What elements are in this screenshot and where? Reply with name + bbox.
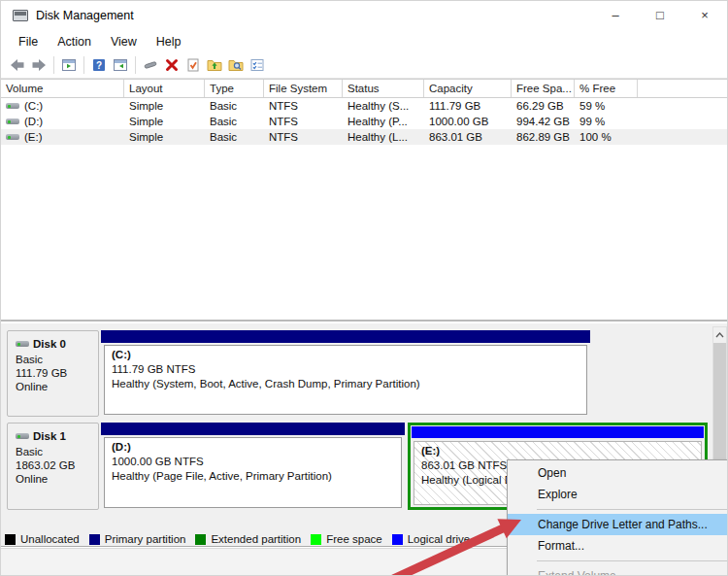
scroll-up-icon[interactable]	[713, 327, 726, 342]
disk-name: Disk 1	[33, 429, 66, 443]
cell-type: Basic	[205, 131, 264, 143]
window-title: Disk Management	[36, 9, 134, 22]
column-header-freespace[interactable]: Free Spa...	[512, 80, 575, 97]
menu-item-format[interactable]: Format...	[508, 535, 728, 557]
column-header-layout[interactable]: Layout	[124, 80, 205, 97]
unallocated-swatch	[5, 534, 16, 545]
cell-pctfree: 100 %	[575, 131, 638, 143]
column-header-type[interactable]: Type	[205, 80, 264, 97]
disk-type: Basic	[16, 353, 98, 366]
open-folder-icon[interactable]	[204, 54, 225, 76]
cell-type: Basic	[205, 100, 264, 112]
toolbar-separator	[53, 56, 54, 74]
volume-name: (C:)	[24, 100, 43, 112]
cell-filesystem: NTFS	[264, 100, 343, 112]
window-controls: – □ ×	[593, 1, 727, 30]
disk-status: Online	[16, 472, 98, 486]
column-header-pctfree[interactable]: % Free	[575, 80, 638, 97]
partition-label: (D:)	[112, 440, 399, 455]
disk-status: Online	[16, 380, 98, 393]
console-tree-icon[interactable]	[58, 54, 80, 76]
menu-action[interactable]: Action	[48, 35, 101, 49]
partition-size: 1000.00 GB NTFS	[112, 455, 399, 469]
menu-separator	[537, 560, 728, 561]
check-document-icon[interactable]	[182, 54, 204, 76]
help-icon[interactable]: ?	[88, 54, 110, 76]
cell-type: Basic	[205, 116, 264, 127]
toolbar-separator	[83, 56, 84, 74]
primary-partition-band	[101, 330, 590, 343]
legend-item-unallocated: Unallocated	[5, 533, 80, 545]
column-header-status[interactable]: Status	[343, 80, 424, 97]
volume-name: (E:)	[24, 131, 43, 143]
cell-filesystem: NTFS	[264, 131, 343, 143]
partition-c[interactable]: (C:) 111.79 GB NTFS Healthy (System, Boo…	[101, 330, 590, 417]
forward-icon[interactable]	[28, 54, 50, 76]
cell-capacity: 1000.00 GB	[424, 116, 512, 127]
volume-table-body: (C:) Simple Basic NTFS Healthy (S... 111…	[1, 98, 727, 145]
disk-management-window: Disk Management – □ × File Action View H…	[0, 0, 728, 576]
title-bar: Disk Management – □ ×	[1, 1, 727, 30]
menu-item-open[interactable]: Open	[508, 462, 728, 484]
volume-icon	[6, 119, 19, 124]
cell-capacity: 111.79 GB	[424, 100, 512, 112]
tool-icon[interactable]	[140, 54, 161, 76]
legend-label: Unallocated	[20, 533, 80, 545]
legend-item-extended: Extended partition	[195, 533, 301, 545]
svg-text:?: ?	[96, 60, 102, 71]
volume-row-e[interactable]: (E:) Simple Basic NTFS Healthy (L... 863…	[1, 129, 727, 145]
legend-label: Extended partition	[211, 533, 301, 545]
cell-status: Healthy (L...	[343, 131, 424, 143]
minimize-button[interactable]: –	[593, 1, 638, 30]
disk-size: 1863.02 GB	[16, 458, 98, 472]
disk-size: 111.79 GB	[16, 366, 98, 380]
volume-row-d[interactable]: (D:) Simple Basic NTFS Healthy (P... 100…	[1, 114, 727, 129]
menu-separator	[537, 509, 728, 510]
legend-label: Free space	[326, 533, 382, 545]
primary-partition-band	[101, 423, 405, 435]
action-pane-icon[interactable]	[110, 54, 131, 76]
column-header-capacity[interactable]: Capacity	[424, 80, 512, 97]
toolbar-separator	[135, 56, 136, 74]
maximize-button[interactable]: □	[638, 1, 682, 30]
legend-item-logical: Logical drive	[392, 533, 471, 545]
disk-icon	[16, 433, 29, 439]
legend-label: Logical drive	[408, 533, 471, 545]
menu-item-explore[interactable]: Explore	[508, 484, 728, 505]
volume-icon	[6, 103, 19, 109]
close-button[interactable]: ×	[682, 1, 727, 30]
legend-item-primary: Primary partition	[89, 533, 186, 545]
disk-name: Disk 0	[33, 337, 66, 351]
menu-item-extend-volume: Extend Volume...	[508, 565, 728, 576]
column-header-filesystem[interactable]: File System	[264, 80, 343, 97]
partition-d[interactable]: (D:) 1000.00 GB NTFS Healthy (Page File,…	[101, 423, 405, 510]
menu-file[interactable]: File	[9, 35, 48, 49]
toolbar: ?	[1, 52, 727, 79]
volume-row-c[interactable]: (C:) Simple Basic NTFS Healthy (S... 111…	[1, 98, 727, 114]
volume-name: (D:)	[24, 116, 43, 127]
partition-size: 111.79 GB NTFS	[112, 362, 584, 377]
volume-icon	[6, 134, 19, 140]
app-icon	[13, 10, 28, 21]
menu-item-change-drive-letter[interactable]: Change Drive Letter and Paths...	[508, 514, 728, 535]
disk0-row: Disk 0 Basic 111.79 GB Online (C:) 111.7…	[7, 330, 701, 417]
context-menu: Open Explore Change Drive Letter and Pat…	[507, 459, 728, 576]
volume-list-pane: Volume Layout Type File System Status Ca…	[1, 79, 727, 322]
delete-volume-icon[interactable]	[161, 54, 182, 76]
checklist-icon[interactable]	[247, 54, 268, 76]
disk0-label[interactable]: Disk 0 Basic 111.79 GB Online	[7, 330, 99, 417]
menu-help[interactable]: Help	[147, 35, 191, 49]
logical-drive-band	[412, 426, 704, 438]
disk1-label[interactable]: Disk 1 Basic 1863.02 GB Online	[7, 423, 99, 510]
menu-bar: File Action View Help	[1, 30, 727, 52]
column-header-volume[interactable]: Volume	[1, 80, 124, 97]
partition-health: Healthy (Page File, Active, Primary Part…	[112, 469, 399, 484]
column-header-filler	[638, 80, 727, 97]
cell-freespace: 66.29 GB	[512, 100, 575, 112]
legend-label: Primary partition	[105, 533, 186, 545]
cell-layout: Simple	[124, 116, 205, 127]
cell-layout: Simple	[124, 131, 205, 143]
menu-view[interactable]: View	[101, 35, 147, 49]
explore-folder-icon[interactable]	[225, 54, 247, 76]
back-icon[interactable]	[7, 54, 28, 76]
